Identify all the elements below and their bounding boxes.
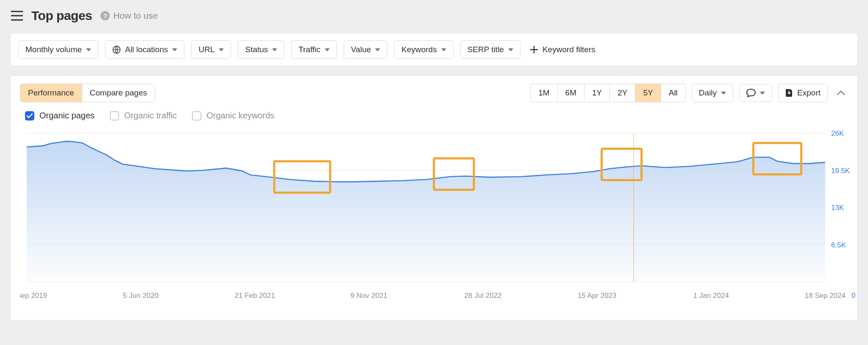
range-5y[interactable]: 5Y [635, 84, 661, 102]
filter-label: Traffic [298, 45, 320, 54]
svg-text:1 Jan 2024: 1 Jan 2024 [693, 292, 729, 300]
svg-text:13K: 13K [831, 204, 844, 212]
checkbox-label: Organic keywords [206, 111, 274, 121]
filter-serp-title[interactable]: SERP title [460, 40, 520, 59]
chevron-up-icon [837, 90, 845, 96]
filter-value[interactable]: Value [344, 40, 387, 59]
filter-label: Status [245, 45, 268, 54]
range-1y[interactable]: 1Y [584, 84, 610, 102]
tab-compare-pages[interactable]: Compare pages [82, 84, 155, 102]
tab-performance[interactable]: Performance [20, 84, 82, 102]
chevron-down-icon [760, 92, 765, 95]
hamburger-icon[interactable] [11, 11, 23, 21]
filter-monthly-volume[interactable]: Monthly volume [18, 40, 98, 59]
svg-text:19.5K: 19.5K [831, 167, 850, 175]
checkbox-box [192, 111, 201, 121]
chevron-down-icon [86, 48, 91, 51]
filters-bar: Monthly volume All locations URL Status … [10, 33, 858, 66]
range-2y[interactable]: 2Y [610, 84, 635, 102]
svg-text:26K: 26K [831, 129, 844, 137]
how-to-use-link[interactable]: ? How to use [100, 11, 158, 21]
speech-bubble-icon [746, 89, 756, 97]
svg-text:28 Jul 2022: 28 Jul 2022 [465, 292, 502, 300]
checkbox-organic-pages[interactable]: Organic pages [25, 111, 95, 121]
chevron-down-icon [375, 48, 380, 51]
time-range-group: 1M 6M 1Y 2Y 5Y All [530, 84, 686, 102]
filter-label: All locations [125, 45, 168, 54]
checkbox-organic-keywords[interactable]: Organic keywords [192, 111, 274, 121]
filter-label: Keywords [401, 45, 437, 54]
chevron-down-icon [219, 48, 224, 51]
download-icon [785, 89, 793, 97]
help-icon: ? [100, 11, 110, 20]
plus-icon [530, 45, 538, 54]
svg-text:9 Nov 2021: 9 Nov 2021 [351, 292, 387, 300]
export-button[interactable]: Export [778, 84, 828, 102]
granularity-select[interactable]: Daily [692, 84, 733, 102]
chart-panel: Performance Compare pages 1M 6M 1Y 2Y 5Y… [10, 76, 858, 320]
checkbox-label: Organic traffic [124, 111, 177, 121]
chevron-down-icon [325, 48, 330, 51]
collapse-button[interactable] [834, 86, 848, 100]
filter-traffic[interactable]: Traffic [291, 40, 337, 59]
view-tabs: Performance Compare pages [20, 84, 155, 102]
svg-text:5 Jun 2020: 5 Jun 2020 [123, 292, 159, 300]
filter-label: Monthly volume [25, 45, 82, 54]
checkbox-box [110, 111, 119, 121]
svg-text:15 Apr 2023: 15 Apr 2023 [578, 292, 617, 300]
svg-text:21 Feb 2021: 21 Feb 2021 [235, 292, 275, 300]
chevron-down-icon [721, 92, 726, 95]
filter-label: Keyword filters [542, 45, 595, 54]
svg-text:6.5K: 6.5K [831, 241, 846, 249]
svg-text:18 Sep 2019: 18 Sep 2019 [20, 292, 47, 300]
annotate-button[interactable] [739, 84, 772, 102]
granularity-label: Daily [699, 88, 717, 98]
chevron-down-icon [508, 48, 513, 51]
page-title: Top pages [31, 8, 92, 23]
chart-area: 6.5K13K19.5K26K18 Sep 20195 Jun 202021 F… [20, 129, 848, 307]
filter-locations[interactable]: All locations [105, 40, 184, 59]
chevron-down-icon [441, 48, 446, 51]
organic-pages-chart: 6.5K13K19.5K26K18 Sep 20195 Jun 202021 F… [20, 129, 859, 307]
checkbox-organic-traffic[interactable]: Organic traffic [110, 111, 177, 121]
filter-label: Value [351, 45, 371, 54]
export-label: Export [797, 88, 821, 98]
globe-icon [112, 45, 121, 54]
filter-label: SERP title [467, 45, 504, 54]
chevron-down-icon [172, 48, 177, 51]
range-all[interactable]: All [661, 84, 685, 102]
filter-status[interactable]: Status [238, 40, 284, 59]
keyword-filters-button[interactable]: Keyword filters [527, 41, 598, 59]
checkbox-label: Organic pages [39, 111, 95, 121]
help-label: How to use [113, 11, 158, 21]
range-1m[interactable]: 1M [531, 84, 557, 102]
filter-label: URL [198, 45, 214, 54]
filter-keywords[interactable]: Keywords [394, 40, 453, 59]
range-6m[interactable]: 6M [558, 84, 584, 102]
svg-text:0: 0 [851, 292, 855, 300]
chevron-down-icon [272, 48, 277, 51]
checkbox-box [25, 111, 34, 121]
filter-url[interactable]: URL [191, 40, 231, 59]
svg-text:18 Sep 2024: 18 Sep 2024 [805, 292, 846, 300]
